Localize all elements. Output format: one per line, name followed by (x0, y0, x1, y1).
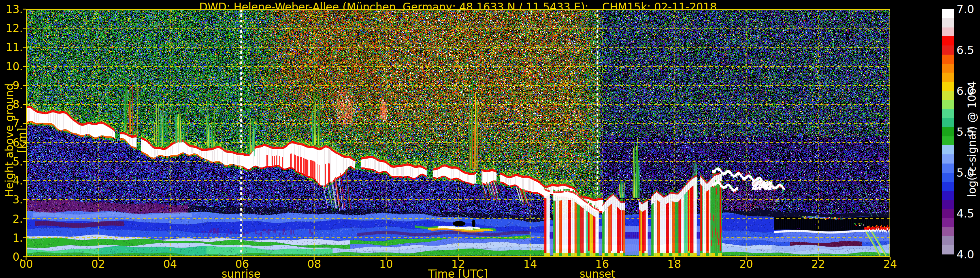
y-tick-label: 8. (0, 98, 23, 111)
y-tick-label: 3. (0, 193, 23, 206)
colorbar-title: log(rc-signal) @ 1064 nm (966, 73, 980, 205)
y-tick-label: 2. (0, 212, 23, 225)
x-tick-label: 18 (667, 258, 681, 270)
colorbar-segment (942, 236, 954, 245)
colorbar-segment (942, 191, 954, 200)
sunrise-label: sunrise (221, 268, 260, 278)
y-tick-label: 7. (0, 117, 23, 130)
y-tick-label: 6. (0, 136, 23, 149)
sunset-label: sunset (579, 268, 615, 278)
colorbar-segment (942, 109, 954, 118)
colorbar-segment (942, 209, 954, 218)
colorbar-segment (942, 154, 954, 163)
x-axis-title: Time [UTC] (428, 268, 488, 278)
colorbar-segment (942, 200, 954, 209)
colorbar-segment (942, 218, 954, 227)
x-tick-label: 24 (883, 258, 897, 270)
colorbar-segment (942, 82, 954, 91)
colorbar-segment (942, 64, 954, 73)
colorbar-segment (942, 173, 954, 182)
colorbar-segment (942, 136, 954, 145)
y-tick-label: 1. (0, 231, 23, 244)
colorbar-segment (942, 91, 954, 100)
y-tick-label: 4. (0, 174, 23, 187)
colorbar-segment (942, 27, 954, 37)
x-tick-label: 14 (523, 258, 537, 270)
y-tick-label: 9. (0, 79, 23, 91)
y-tick-label: 11. (0, 41, 23, 54)
x-tick-label: 10 (379, 258, 393, 270)
colorbar-segment (942, 54, 954, 64)
y-tick-label: 13. (0, 3, 23, 16)
colorbar-segment (942, 245, 954, 254)
colorbar-segment (942, 118, 954, 127)
ceilometer-quicklook: DWD: Helene-Weber-Allee (München, German… (0, 0, 980, 278)
colorbar-tick-label: 6.5 (956, 43, 974, 57)
x-tick-label: 08 (307, 258, 321, 270)
colorbar-segment (942, 145, 954, 154)
colorbar-segment (942, 36, 954, 45)
colorbar-segment (942, 9, 954, 18)
y-tick-label: 10. (0, 60, 23, 73)
colorbar-segment (942, 18, 954, 27)
colorbar-tick-label: 7.0 (956, 3, 974, 16)
y-tick-label: 5. (0, 155, 23, 168)
x-tick-label: 04 (163, 258, 177, 270)
heatmap-canvas (26, 9, 890, 257)
y-tick-label: 12. (0, 22, 23, 35)
x-tick-label: 00 (19, 258, 33, 270)
colorbar-tick-label: 4.5 (956, 207, 974, 220)
x-tick-label: 02 (91, 258, 105, 270)
x-tick-label: 20 (739, 258, 753, 270)
colorbar-segment (942, 73, 954, 82)
colorbar-segment (942, 163, 954, 173)
colorbar-segment (942, 182, 954, 191)
colorbar (942, 9, 954, 254)
colorbar-segment (942, 100, 954, 109)
x-tick-label: 22 (811, 258, 825, 270)
colorbar-segment (942, 227, 954, 236)
colorbar-segment (942, 45, 954, 54)
colorbar-tick-label: 4.0 (956, 248, 974, 261)
colorbar-segment (942, 127, 954, 136)
